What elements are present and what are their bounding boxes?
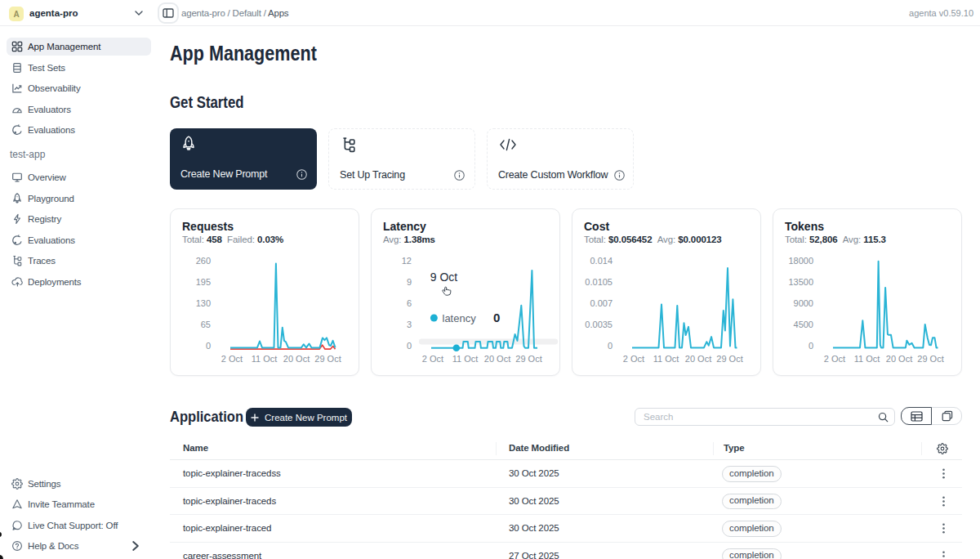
svg-text:11 Oct: 11 Oct: [452, 354, 479, 364]
svg-text:29 Oct: 29 Oct: [917, 354, 943, 364]
svg-text:12: 12: [402, 256, 412, 266]
svg-text:9: 9: [407, 277, 412, 287]
svg-text:0.014: 0.014: [590, 256, 612, 266]
svg-text:0.0105: 0.0105: [585, 277, 612, 287]
svg-text:4500: 4500: [794, 320, 813, 329]
svg-text:130: 130: [196, 298, 211, 308]
svg-text:0: 0: [608, 341, 612, 351]
svg-text:3: 3: [407, 320, 412, 329]
svg-text:11 Oct: 11 Oct: [252, 354, 278, 364]
svg-text:0.0035: 0.0035: [585, 320, 612, 329]
svg-text:9000: 9000: [794, 298, 813, 308]
svg-text:20 Oct: 20 Oct: [484, 354, 510, 364]
svg-text:11 Oct: 11 Oct: [653, 354, 679, 364]
svg-text:2 Oct: 2 Oct: [422, 354, 443, 364]
svg-text:6: 6: [407, 298, 412, 308]
svg-text:2 Oct: 2 Oct: [221, 354, 243, 364]
svg-text:2 Oct: 2 Oct: [623, 354, 644, 364]
svg-text:20 Oct: 20 Oct: [685, 354, 711, 364]
svg-text:13500: 13500: [788, 277, 813, 287]
svg-text:29 Oct: 29 Oct: [716, 354, 742, 364]
svg-text:65: 65: [201, 320, 211, 329]
svg-text:2 Oct: 2 Oct: [824, 354, 845, 364]
svg-text:0: 0: [407, 341, 412, 351]
svg-text:0: 0: [493, 311, 500, 324]
svg-text:20 Oct: 20 Oct: [283, 354, 310, 364]
svg-text:0: 0: [206, 341, 211, 351]
svg-text:9 Oct: 9 Oct: [430, 271, 458, 284]
svg-text:20 Oct: 20 Oct: [886, 354, 912, 364]
svg-text:0: 0: [808, 341, 813, 351]
svg-text:11 Oct: 11 Oct: [854, 354, 880, 364]
svg-text:18000: 18000: [788, 256, 813, 266]
svg-text:latency: latency: [443, 312, 477, 324]
svg-text:0.007: 0.007: [590, 298, 612, 308]
svg-text:29 Oct: 29 Oct: [515, 354, 541, 364]
svg-text:195: 195: [196, 277, 211, 287]
svg-text:260: 260: [196, 256, 211, 266]
svg-text:29 Oct: 29 Oct: [314, 354, 341, 364]
